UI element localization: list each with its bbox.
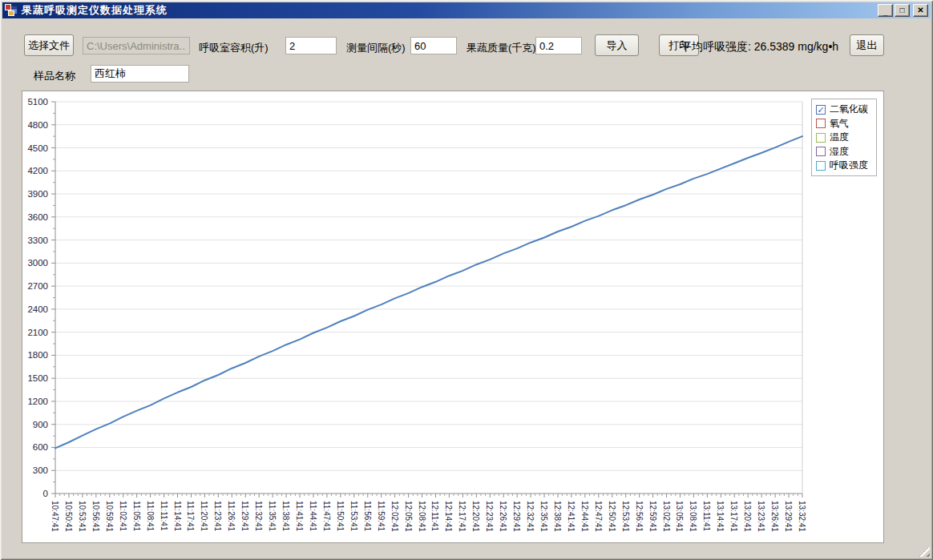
titlebar: 果蔬呼吸测定仪数据处理系统 _ □ ✕ [2, 2, 931, 18]
svg-text:12:32:41: 12:32:41 [526, 501, 535, 532]
legend-label-temperature: 温度 [830, 131, 849, 144]
svg-text:12:41:41: 12:41:41 [567, 501, 576, 532]
maximize-button[interactable]: □ [895, 4, 910, 17]
resize-grip[interactable] [919, 546, 930, 557]
co2-checkbox[interactable]: ✓ [816, 105, 826, 115]
svg-text:12:26:41: 12:26:41 [499, 501, 507, 532]
chamber-volume-input[interactable] [285, 37, 337, 54]
svg-text:900: 900 [33, 420, 48, 429]
avg-respiration-value: 26.5389 mg/kg•h [754, 40, 838, 53]
import-button[interactable]: 导入 [595, 34, 639, 56]
svg-text:13:02:41: 13:02:41 [662, 501, 671, 532]
legend-label-oxygen: 氧气 [830, 117, 849, 131]
svg-text:11:56:41: 11:56:41 [363, 501, 372, 532]
svg-text:3300: 3300 [27, 236, 48, 245]
legend-item-co2[interactable]: ✓ 二氧化碳 [816, 103, 873, 117]
svg-text:11:59:41: 11:59:41 [377, 501, 386, 532]
temperature-checkbox[interactable] [816, 133, 826, 143]
app-icon [5, 4, 18, 17]
svg-text:13:23:41: 13:23:41 [757, 501, 765, 532]
svg-text:12:47:41: 12:47:41 [594, 501, 603, 532]
avg-respiration-label: 平均呼吸强度: [681, 40, 751, 53]
svg-text:4200: 4200 [27, 166, 48, 175]
svg-text:3000: 3000 [27, 258, 48, 268]
svg-text:13:32:41: 13:32:41 [798, 501, 806, 532]
svg-text:13:14:41: 13:14:41 [716, 501, 725, 532]
respiration-checkbox[interactable] [816, 161, 826, 171]
mass-input[interactable] [535, 37, 582, 54]
humidity-checkbox[interactable] [816, 147, 826, 156]
legend-item-humidity[interactable]: 湿度 [816, 145, 873, 159]
svg-text:5100: 5100 [27, 97, 48, 107]
svg-text:12:02:41: 12:02:41 [390, 501, 399, 532]
svg-text:11:47:41: 11:47:41 [322, 501, 331, 532]
svg-text:12:11:41: 12:11:41 [430, 501, 439, 532]
svg-text:11:32:41: 11:32:41 [254, 501, 263, 532]
svg-text:12:05:41: 12:05:41 [404, 501, 413, 532]
svg-text:600: 600 [33, 442, 48, 452]
chamber-volume-label: 呼吸室容积(升) [199, 41, 269, 55]
svg-text:10:53:41: 10:53:41 [78, 501, 87, 532]
svg-text:12:08:41: 12:08:41 [418, 501, 426, 532]
legend-label-respiration: 呼吸强度 [830, 159, 868, 172]
sample-name-input[interactable] [91, 65, 189, 83]
svg-text:11:20:41: 11:20:41 [200, 501, 208, 532]
svg-text:13:26:41: 13:26:41 [770, 501, 779, 532]
close-button[interactable]: ✕ [913, 4, 928, 17]
svg-text:11:41:41: 11:41:41 [295, 501, 304, 532]
svg-text:11:05:41: 11:05:41 [132, 501, 141, 532]
oxygen-checkbox[interactable] [816, 119, 826, 128]
minimize-button[interactable]: _ [878, 4, 893, 17]
svg-text:11:26:41: 11:26:41 [227, 501, 236, 532]
svg-text:13:08:41: 13:08:41 [689, 501, 697, 532]
chart-panel: 0300600900120015001800210024002700300033… [22, 91, 884, 543]
legend-label-co2: 二氧化碳 [830, 103, 868, 116]
svg-text:11:14:41: 11:14:41 [173, 501, 182, 532]
svg-text:11:02:41: 11:02:41 [119, 501, 127, 532]
interval-input[interactable] [410, 37, 457, 54]
legend-item-respiration[interactable]: 呼吸强度 [816, 159, 873, 173]
svg-text:3600: 3600 [27, 212, 48, 222]
svg-text:12:59:41: 12:59:41 [648, 501, 657, 532]
svg-text:10:47:41: 10:47:41 [50, 501, 59, 532]
svg-text:11:29:41: 11:29:41 [240, 501, 249, 532]
legend-item-oxygen[interactable]: 氧气 [816, 117, 873, 131]
sample-name-label: 样品名称 [34, 69, 75, 83]
legend-label-humidity: 湿度 [830, 145, 849, 159]
svg-text:11:23:41: 11:23:41 [213, 501, 222, 532]
svg-text:1800: 1800 [27, 350, 48, 360]
chart-host: 0300600900120015001800210024002700300033… [22, 91, 883, 546]
svg-text:12:56:41: 12:56:41 [635, 501, 644, 532]
svg-text:13:17:41: 13:17:41 [729, 501, 738, 532]
svg-text:300: 300 [33, 465, 48, 475]
window-title: 果蔬呼吸测定仪数据处理系统 [22, 3, 876, 18]
svg-text:12:17:41: 12:17:41 [458, 501, 466, 532]
svg-text:11:08:41: 11:08:41 [146, 501, 155, 532]
svg-text:12:23:41: 12:23:41 [485, 501, 494, 532]
svg-text:13:11:41: 13:11:41 [702, 501, 711, 532]
svg-text:2400: 2400 [27, 304, 48, 314]
chart-legend: ✓ 二氧化碳 氧气 温度 湿度 呼吸强度 [811, 99, 877, 176]
legend-item-temperature[interactable]: 温度 [816, 131, 873, 145]
svg-text:2100: 2100 [27, 328, 48, 337]
exit-button[interactable]: 退出 [850, 34, 884, 56]
svg-text:10:56:41: 10:56:41 [91, 501, 100, 532]
svg-text:4800: 4800 [27, 120, 48, 130]
svg-text:11:44:41: 11:44:41 [309, 501, 317, 532]
svg-text:12:35:41: 12:35:41 [539, 501, 548, 532]
svg-text:12:50:41: 12:50:41 [608, 501, 616, 532]
svg-text:11:17:41: 11:17:41 [186, 501, 195, 532]
file-path-input [83, 37, 190, 54]
svg-text:11:50:41: 11:50:41 [336, 501, 345, 532]
svg-text:11:38:41: 11:38:41 [281, 501, 290, 532]
svg-text:13:29:41: 13:29:41 [784, 501, 793, 532]
svg-text:12:29:41: 12:29:41 [512, 501, 521, 532]
svg-text:11:53:41: 11:53:41 [349, 501, 358, 532]
svg-text:12:44:41: 12:44:41 [580, 501, 589, 532]
svg-text:11:35:41: 11:35:41 [268, 501, 277, 532]
svg-text:1500: 1500 [27, 373, 48, 383]
svg-text:12:38:41: 12:38:41 [553, 501, 562, 532]
select-file-button[interactable]: 选择文件 [24, 34, 74, 56]
svg-text:12:14:41: 12:14:41 [444, 501, 453, 532]
svg-text:11:11:41: 11:11:41 [160, 501, 168, 531]
